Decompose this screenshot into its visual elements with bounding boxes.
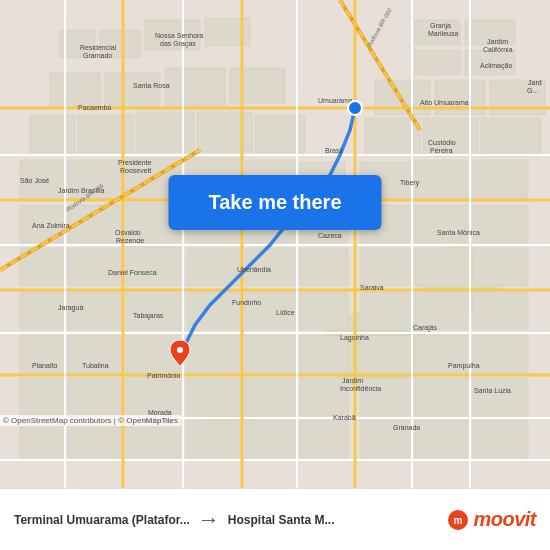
svg-text:Pacaembú: Pacaembú	[78, 104, 112, 111]
svg-point-163	[352, 105, 358, 111]
svg-text:Santa Mônica: Santa Mônica	[437, 229, 480, 236]
svg-text:Presidente: Presidente	[118, 159, 152, 166]
map-container: Nossa Senhora das Graças Residencial Gra…	[0, 0, 550, 488]
svg-text:Brasil: Brasil	[325, 147, 343, 154]
svg-text:Tabajaras: Tabajaras	[133, 312, 164, 320]
svg-text:Umuarama: Umuarama	[318, 97, 353, 104]
cta-button-container: Take me there	[168, 175, 381, 230]
svg-rect-51	[360, 248, 412, 286]
svg-text:Califórnia: Califórnia	[483, 46, 513, 53]
footer-origin-label: Terminal Umuarama (Platafor...	[14, 513, 190, 527]
svg-rect-52	[415, 248, 470, 286]
svg-rect-75	[187, 378, 242, 416]
svg-rect-67	[245, 335, 297, 373]
svg-rect-85	[245, 420, 297, 458]
svg-rect-88	[415, 420, 470, 458]
svg-text:Jardim: Jardim	[342, 377, 363, 384]
svg-rect-22	[197, 112, 252, 152]
svg-text:Custódio: Custódio	[428, 139, 456, 146]
svg-text:Fundinho: Fundinho	[232, 299, 261, 306]
svg-text:Aclimação: Aclimação	[480, 62, 512, 70]
svg-text:Rezende: Rezende	[116, 237, 144, 244]
svg-text:m: m	[454, 515, 463, 526]
svg-rect-59	[300, 292, 348, 330]
svg-text:Jard: Jard	[528, 79, 542, 86]
moovit-icon: m	[447, 509, 469, 531]
svg-text:Residencial: Residencial	[80, 44, 117, 51]
svg-rect-55	[68, 292, 123, 330]
svg-text:Tubalina: Tubalina	[82, 362, 109, 369]
svg-rect-14	[165, 68, 225, 106]
svg-text:Santa Rosa: Santa Rosa	[133, 82, 170, 89]
svg-text:Carajás: Carajás	[413, 324, 438, 332]
svg-text:Lagoinha: Lagoinha	[340, 334, 369, 342]
svg-text:Planalto: Planalto	[32, 362, 57, 369]
svg-text:Granada: Granada	[393, 424, 420, 431]
svg-text:Inconfidência: Inconfidência	[340, 385, 381, 392]
svg-text:Jardim: Jardim	[487, 38, 508, 45]
footer-arrow-icon: →	[198, 507, 220, 533]
svg-rect-11	[415, 50, 460, 75]
svg-rect-17	[435, 80, 485, 115]
svg-text:Pampulha: Pampulha	[448, 362, 480, 370]
svg-text:Patrimônio: Patrimônio	[147, 372, 181, 379]
app-container: Nossa Senhora das Graças Residencial Gra…	[0, 0, 550, 550]
footer-destination-area: Hospital Santa M...	[228, 513, 335, 527]
svg-text:Karabã: Karabã	[333, 414, 356, 421]
origin-marker	[348, 101, 362, 115]
svg-rect-62	[473, 292, 528, 330]
moovit-logo-text: moovit	[473, 508, 536, 531]
svg-rect-20	[78, 115, 133, 153]
svg-rect-15	[230, 68, 285, 103]
svg-rect-50	[300, 248, 348, 286]
svg-rect-60	[360, 292, 412, 330]
svg-text:Jaraguá: Jaraguá	[58, 304, 83, 312]
svg-text:Gramado: Gramado	[83, 52, 112, 59]
svg-text:Lídice: Lídice	[276, 309, 295, 316]
svg-rect-19	[30, 115, 75, 153]
svg-rect-84	[187, 420, 242, 458]
svg-rect-13	[105, 72, 160, 107]
svg-text:Uberlândia: Uberlândia	[237, 266, 271, 273]
svg-rect-16	[375, 80, 430, 115]
svg-text:G...: G...	[527, 87, 538, 94]
svg-rect-73	[68, 378, 123, 416]
svg-text:São José: São José	[20, 177, 49, 184]
svg-text:Alto Umuarama: Alto Umuarama	[420, 99, 469, 106]
svg-rect-72	[20, 378, 65, 416]
take-me-there-button[interactable]: Take me there	[168, 175, 381, 230]
svg-rect-54	[20, 292, 65, 330]
moovit-logo-area: m moovit	[447, 508, 536, 531]
svg-text:Saraiva: Saraiva	[360, 284, 384, 291]
svg-text:Marileusa: Marileusa	[428, 30, 458, 37]
svg-text:Osvaldo: Osvaldo	[115, 229, 141, 236]
svg-rect-56	[126, 290, 184, 330]
svg-rect-53	[473, 248, 528, 286]
svg-rect-86	[300, 420, 348, 458]
svg-text:Ana Zulmira: Ana Zulmira	[32, 222, 70, 229]
svg-text:Nossa Senhora: Nossa Senhora	[155, 32, 203, 39]
svg-rect-34	[415, 160, 470, 198]
svg-text:Daniel Fonseca: Daniel Fonseca	[108, 269, 157, 276]
svg-text:Tibery: Tibery	[400, 179, 420, 187]
svg-rect-35	[473, 160, 528, 198]
svg-rect-12	[50, 72, 100, 107]
svg-rect-66	[187, 335, 242, 373]
svg-text:das Graças: das Graças	[160, 40, 196, 48]
svg-rect-43	[415, 205, 470, 243]
svg-rect-77	[300, 378, 348, 416]
svg-rect-71	[473, 335, 528, 373]
footer-bar: Terminal Umuarama (Platafor... → Hospita…	[0, 488, 550, 550]
svg-text:Santa Luzia: Santa Luzia	[474, 387, 511, 394]
svg-rect-76	[245, 378, 297, 416]
svg-text:Granja: Granja	[430, 22, 451, 30]
svg-rect-80	[473, 378, 528, 416]
svg-rect-21	[136, 112, 194, 152]
svg-rect-89	[473, 420, 528, 458]
footer-origin-area: Terminal Umuarama (Platafor...	[14, 513, 190, 527]
svg-rect-44	[473, 205, 528, 243]
svg-text:Cazeca: Cazeca	[318, 232, 342, 239]
osm-credit: © OpenStreetMap contributors | © OpenMap…	[0, 415, 181, 426]
svg-text:Roosevelt: Roosevelt	[120, 167, 151, 174]
svg-rect-79	[415, 378, 470, 416]
